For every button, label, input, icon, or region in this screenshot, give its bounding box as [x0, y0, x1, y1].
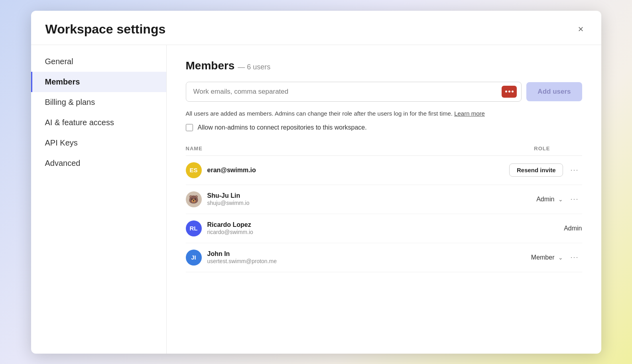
checkbox-row: Allow non-admins to connect repositories…: [186, 124, 582, 131]
table-row: 🐻 Shu-Ju Lin shuju@swimm.io Admin⌄···: [186, 185, 582, 214]
member-info: RL Ricardo Lopez ricardo@swimm.io: [186, 220, 406, 236]
modal-header: Workspace settings ×: [31, 11, 601, 45]
chevron-down-icon[interactable]: ⌄: [558, 254, 563, 261]
member-text: Shu-Ju Lin shuju@swimm.io: [207, 192, 250, 206]
content-area: Members — 6 users Add users: [167, 45, 601, 354]
sidebar-item-billing[interactable]: Billing & plans: [31, 92, 166, 112]
modal-body: General Members Billing & plans AI & fea…: [31, 45, 601, 354]
modal-title: Workspace settings: [45, 22, 166, 37]
name-cell: JI John In usertest.swimm@proton.me: [186, 243, 406, 272]
sidebar-item-advanced[interactable]: Advanced: [31, 153, 166, 173]
role-label: Member: [531, 254, 555, 261]
member-name: Ricardo Lopez: [207, 221, 253, 228]
member-text: Ricardo Lopez ricardo@swimm.io: [207, 221, 253, 235]
role-content: Member⌄···: [406, 252, 582, 263]
more-options-button[interactable]: ···: [567, 164, 582, 176]
emoji-dots: [505, 91, 514, 92]
name-cell: 🐻 Shu-Ju Lin shuju@swimm.io: [186, 185, 406, 214]
user-count: — 6 users: [238, 63, 270, 71]
member-text: eran@swimm.io: [207, 167, 256, 174]
role-content: Resend invite···: [406, 163, 582, 177]
member-text: John In usertest.swimm@proton.me: [207, 250, 277, 264]
more-options-button[interactable]: ···: [567, 252, 582, 263]
avatar: RL: [186, 220, 202, 236]
role-cell: Admin⌄···: [406, 185, 582, 214]
member-email: shuju@swimm.io: [207, 200, 250, 206]
role-label: Admin: [564, 225, 582, 232]
close-button[interactable]: ×: [575, 22, 587, 36]
member-email: usertest.swimm@proton.me: [207, 258, 277, 264]
member-name: eran@swimm.io: [207, 167, 256, 174]
emoji-button[interactable]: [502, 86, 517, 98]
role-label: Admin: [536, 196, 554, 203]
dot-3: [512, 91, 514, 92]
member-info: 🐻 Shu-Ju Lin shuju@swimm.io: [186, 191, 406, 207]
email-input-wrap: [186, 82, 522, 102]
email-input[interactable]: [186, 82, 522, 102]
sidebar-item-ai[interactable]: AI & feature access: [31, 112, 166, 133]
avatar: JI: [186, 250, 202, 266]
role-cell: Member⌄···: [406, 243, 582, 272]
non-admins-checkbox[interactable]: [186, 124, 193, 131]
table-header-row: NAME ROLE: [186, 142, 582, 156]
role-cell: Resend invite···: [406, 155, 582, 185]
name-cell: ES eran@swimm.io: [186, 155, 406, 185]
dot-2: [508, 91, 510, 92]
sidebar-item-general[interactable]: General: [31, 51, 166, 72]
members-table: NAME ROLE ES eran@swimm.io Resend invite…: [186, 142, 582, 272]
name-cell: RL Ricardo Lopez ricardo@swimm.io: [186, 214, 406, 243]
workspace-settings-modal: Workspace settings × General Members Bil…: [31, 11, 601, 354]
section-header: Members — 6 users: [186, 59, 582, 72]
col-role: ROLE: [406, 142, 582, 156]
table-row: JI John In usertest.swimm@proton.me Memb…: [186, 243, 582, 272]
add-users-button[interactable]: Add users: [526, 82, 582, 101]
invite-row: Add users: [186, 82, 582, 102]
sidebar-item-members[interactable]: Members: [31, 72, 166, 92]
section-title: Members — 6 users: [186, 59, 271, 72]
role-content: Admin⌄···: [406, 193, 582, 205]
avatar: ES: [186, 162, 202, 178]
more-options-button[interactable]: ···: [567, 193, 582, 205]
member-name: Shu-Ju Lin: [207, 192, 250, 199]
role-content: Admin: [406, 225, 582, 232]
col-name: NAME: [186, 142, 406, 156]
checkbox-label: Allow non-admins to connect repositories…: [198, 124, 367, 131]
resend-invite-button[interactable]: Resend invite: [509, 163, 563, 177]
learn-more-link[interactable]: Learn more: [454, 110, 485, 117]
chevron-down-icon[interactable]: ⌄: [558, 196, 563, 203]
role-cell: Admin: [406, 214, 582, 243]
table-row: RL Ricardo Lopez ricardo@swimm.io Admin: [186, 214, 582, 243]
member-email: ricardo@swimm.io: [207, 229, 253, 235]
dot-1: [505, 91, 507, 92]
table-row: ES eran@swimm.io Resend invite···: [186, 155, 582, 185]
sidebar: General Members Billing & plans AI & fea…: [31, 45, 167, 354]
member-name: John In: [207, 250, 277, 258]
sidebar-item-api[interactable]: API Keys: [31, 133, 166, 153]
avatar: 🐻: [186, 191, 202, 207]
info-text: All users are added as members. Admins c…: [186, 109, 582, 118]
member-info: JI John In usertest.swimm@proton.me: [186, 250, 406, 266]
member-info: ES eran@swimm.io: [186, 162, 406, 178]
